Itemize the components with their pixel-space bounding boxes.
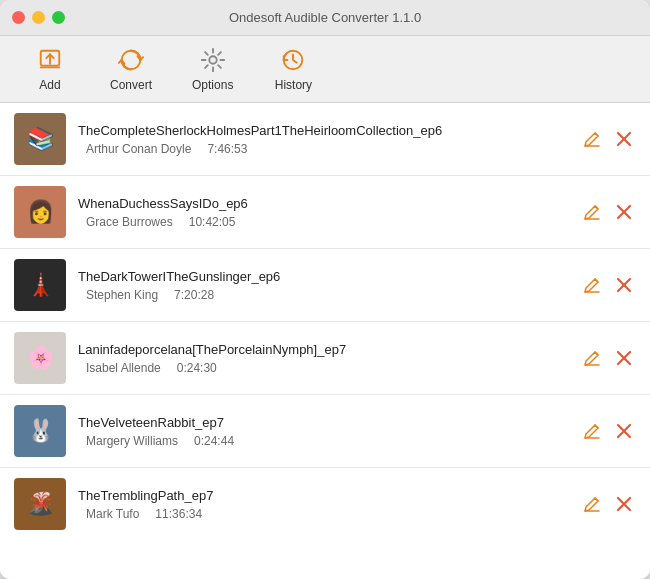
delete-button[interactable] xyxy=(612,127,636,151)
book-meta: Arthur Conan Doyle 7:46:53 xyxy=(78,142,568,156)
convert-button[interactable]: Convert xyxy=(100,42,162,96)
book-meta: Grace Burrowes 10:42:05 xyxy=(78,215,568,229)
options-icon xyxy=(199,46,227,74)
book-actions xyxy=(580,127,636,151)
book-actions xyxy=(580,273,636,297)
book-author: Mark Tufo xyxy=(86,507,139,521)
book-title: WhenaDuchessSaysIDo_ep6 xyxy=(78,196,568,211)
book-title: TheDarkTowerITheGunslinger_ep6 xyxy=(78,269,568,284)
book-cover: 🗼 xyxy=(14,259,66,311)
book-duration: 10:42:05 xyxy=(189,215,236,229)
history-label: History xyxy=(275,78,312,92)
book-duration: 0:24:30 xyxy=(177,361,217,375)
book-info: WhenaDuchessSaysIDo_ep6 Grace Burrowes 1… xyxy=(78,196,568,229)
edit-icon xyxy=(582,202,602,222)
history-icon xyxy=(279,46,307,74)
delete-button[interactable] xyxy=(612,492,636,516)
book-actions xyxy=(580,346,636,370)
book-cover: 🌋 xyxy=(14,478,66,530)
book-meta: Isabel Allende 0:24:30 xyxy=(78,361,568,375)
book-actions xyxy=(580,419,636,443)
edit-icon xyxy=(582,129,602,149)
book-author: Margery Williams xyxy=(86,434,178,448)
delete-icon xyxy=(614,275,634,295)
book-cover: 🌸 xyxy=(14,332,66,384)
close-button[interactable] xyxy=(12,11,25,24)
delete-icon xyxy=(614,129,634,149)
options-button[interactable]: Options xyxy=(182,42,243,96)
options-label: Options xyxy=(192,78,233,92)
book-duration: 7:46:53 xyxy=(207,142,247,156)
book-actions xyxy=(580,492,636,516)
delete-button[interactable] xyxy=(612,273,636,297)
app-window: Ondesoft Audible Converter 1.1.0 Add xyxy=(0,0,650,579)
book-row: 🌋 TheTremblingPath_ep7 Mark Tufo 11:36:3… xyxy=(0,468,650,540)
traffic-lights xyxy=(12,11,65,24)
delete-button[interactable] xyxy=(612,346,636,370)
book-author: Stephen King xyxy=(86,288,158,302)
delete-icon xyxy=(614,348,634,368)
edit-icon xyxy=(582,421,602,441)
edit-button[interactable] xyxy=(580,200,604,224)
add-label: Add xyxy=(39,78,60,92)
book-title: TheTremblingPath_ep7 xyxy=(78,488,568,503)
book-row: 🌸 Laninfadeporcelana[ThePorcelainNymph]_… xyxy=(0,322,650,395)
book-actions xyxy=(580,200,636,224)
book-row: 👩 WhenaDuchessSaysIDo_ep6 Grace Burrowes… xyxy=(0,176,650,249)
book-meta: Mark Tufo 11:36:34 xyxy=(78,507,568,521)
convert-label: Convert xyxy=(110,78,152,92)
book-info: TheCompleteSherlockHolmesPart1TheHeirloo… xyxy=(78,123,568,156)
edit-icon xyxy=(582,275,602,295)
delete-icon xyxy=(614,421,634,441)
book-cover: 📚 xyxy=(14,113,66,165)
book-row: 🗼 TheDarkTowerITheGunslinger_ep6 Stephen… xyxy=(0,249,650,322)
book-title: Laninfadeporcelana[ThePorcelainNymph]_ep… xyxy=(78,342,568,357)
book-list: 📚 TheCompleteSherlockHolmesPart1TheHeirl… xyxy=(0,103,650,579)
edit-button[interactable] xyxy=(580,346,604,370)
book-info: TheDarkTowerITheGunslinger_ep6 Stephen K… xyxy=(78,269,568,302)
book-row: 📚 TheCompleteSherlockHolmesPart1TheHeirl… xyxy=(0,103,650,176)
book-row: 🐰 TheVelveteenRabbit_ep7 Margery William… xyxy=(0,395,650,468)
book-title: TheCompleteSherlockHolmesPart1TheHeirloo… xyxy=(78,123,568,138)
book-meta: Stephen King 7:20:28 xyxy=(78,288,568,302)
convert-icon xyxy=(117,46,145,74)
book-duration: 7:20:28 xyxy=(174,288,214,302)
book-author: Isabel Allende xyxy=(86,361,161,375)
book-author: Arthur Conan Doyle xyxy=(86,142,191,156)
toolbar: Add Convert Options xyxy=(0,36,650,103)
book-info: Laninfadeporcelana[ThePorcelainNymph]_ep… xyxy=(78,342,568,375)
delete-button[interactable] xyxy=(612,200,636,224)
edit-icon xyxy=(582,494,602,514)
window-title: Ondesoft Audible Converter 1.1.0 xyxy=(229,10,421,25)
add-icon xyxy=(36,46,64,74)
edit-button[interactable] xyxy=(580,492,604,516)
maximize-button[interactable] xyxy=(52,11,65,24)
edit-button[interactable] xyxy=(580,273,604,297)
svg-point-4 xyxy=(209,56,216,63)
book-cover: 👩 xyxy=(14,186,66,238)
book-author: Grace Burrowes xyxy=(86,215,173,229)
history-button[interactable]: History xyxy=(263,42,323,96)
delete-icon xyxy=(614,202,634,222)
add-button[interactable]: Add xyxy=(20,42,80,96)
edit-button[interactable] xyxy=(580,419,604,443)
book-info: TheTremblingPath_ep7 Mark Tufo 11:36:34 xyxy=(78,488,568,521)
delete-icon xyxy=(614,494,634,514)
book-duration: 11:36:34 xyxy=(155,507,202,521)
minimize-button[interactable] xyxy=(32,11,45,24)
book-duration: 0:24:44 xyxy=(194,434,234,448)
book-meta: Margery Williams 0:24:44 xyxy=(78,434,568,448)
book-info: TheVelveteenRabbit_ep7 Margery Williams … xyxy=(78,415,568,448)
title-bar: Ondesoft Audible Converter 1.1.0 xyxy=(0,0,650,36)
book-title: TheVelveteenRabbit_ep7 xyxy=(78,415,568,430)
edit-icon xyxy=(582,348,602,368)
delete-button[interactable] xyxy=(612,419,636,443)
edit-button[interactable] xyxy=(580,127,604,151)
book-cover: 🐰 xyxy=(14,405,66,457)
